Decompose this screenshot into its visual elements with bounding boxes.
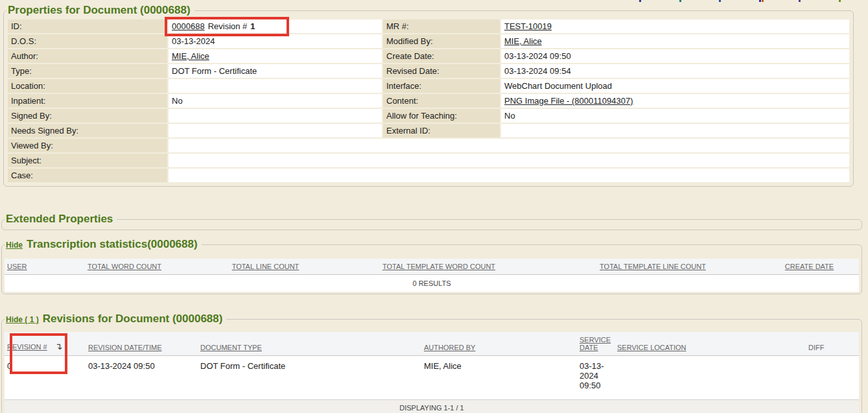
field-label-signed-by: Signed By: [8,109,167,123]
clipped-text-fragment [639,0,641,2]
column-header-create-date[interactable]: CREATE DATE [760,259,859,275]
clipped-text-fragment [762,0,764,2]
field-label-type: Type: [8,64,167,78]
field-label-needs-signed-by: Needs Signed By: [8,124,167,137]
field-value-inpatient: No [169,94,382,108]
property-row: Location: Interface: WebChart Document U… [8,79,849,93]
property-row: D.O.S: 03-13-2024 Modified By: MIE, Alic… [8,34,849,48]
results-count-text: 0 RESULTS [5,275,859,292]
revision-number: 1 [250,21,255,31]
column-header-total-template-word-count[interactable]: TOTAL TEMPLATE WORD COUNT [332,259,546,275]
table-header-row: REVISION #↴ REVISION DATE/TIME DOCUMENT … [5,332,859,356]
table-header-row: USER TOTAL WORD COUNT TOTAL LINE COUNT T… [5,259,859,275]
service-date-cell: 03-13-2024 09:50 [577,356,615,400]
field-label-content: Content: [383,94,500,108]
field-label-revised-date: Revised Date: [383,64,500,78]
field-label-location: Location: [8,79,167,93]
diff-cell [806,356,859,400]
field-value-allow-teaching: No [501,109,849,123]
field-label-case: Case: [8,169,167,182]
field-value-author: MIE, Alice [169,49,382,63]
field-label-subject: Subject: [8,154,167,167]
field-value-signed-by [169,109,382,123]
sort-descending-icon: ↴ [55,341,63,351]
column-header-user[interactable]: USER [5,259,50,275]
field-label-viewed-by: Viewed By: [8,139,167,152]
column-header-total-template-line-count[interactable]: TOTAL TEMPLATE LINE COUNT [546,259,760,275]
field-value-location [169,79,382,93]
field-value-dos: 03-13-2024 [169,34,382,48]
field-label-interface: Interface: [383,79,500,93]
authored-by-cell: MIE, Alice [421,356,577,400]
field-label-external-id: External ID: [383,124,500,137]
property-row: Needs Signed By: External ID: [8,124,849,137]
column-header-document-type[interactable]: DOCUMENT TYPE [198,332,421,356]
column-header-service-location[interactable]: SERVICE LOCATION [615,332,806,356]
properties-legend: Properties for Document (0000688) [6,4,194,17]
property-row: Case: [8,169,849,182]
column-header-diff: DIFF [806,332,859,356]
displaying-count-text: DISPLAYING 1-1 / 1 [5,400,859,413]
field-value-content: PNG Image File - (800011094307) [501,94,849,108]
revision-number-cell: 0 [5,356,86,400]
field-label-id: ID: [8,19,167,33]
document-id-link[interactable]: 0000688 [172,21,205,31]
field-label-inpatient: Inpatient: [8,94,167,108]
transcription-statistics-legend: Transcription statistics(0000688) [27,238,198,250]
field-label-modified-by: Modified By: [383,34,500,48]
field-value-create-date: 03-13-2024 09:50 [501,49,849,63]
field-value-subject [169,154,849,167]
revision-datetime-cell: 03-13-2024 09:50 [86,356,198,400]
transcription-statistics-table: USER TOTAL WORD COUNT TOTAL LINE COUNT T… [5,259,859,292]
extended-properties-empty-area [5,226,859,230]
field-value-id: 0000688Revision #1 [169,19,382,33]
field-value-modified-by: MIE, Alice [501,34,849,48]
field-value-viewed-by [169,139,849,152]
column-header-revision-number[interactable]: REVISION #↴ [5,332,86,356]
field-value-needs-signed-by [169,124,382,137]
transcription-hide-link[interactable]: Hide [6,241,23,250]
document-properties-page: Properties for Document (0000688) ID: 00… [0,0,868,413]
clipped-text-fragment [719,0,721,2]
pagination-row: DISPLAYING 1-1 / 1 [5,400,859,413]
properties-table: ID: 0000688Revision #1 MR #: TEST-10019 … [6,18,850,183]
column-header-total-line-count[interactable]: TOTAL LINE COUNT [199,259,332,275]
revision-row[interactable]: 0 03-13-2024 09:50 DOT Form - Certificat… [5,356,859,400]
column-header-total-word-count[interactable]: TOTAL WORD COUNT [50,259,199,275]
property-row: Signed By: Allow for Teaching: No [8,109,849,123]
revisions-section: Hide ( 1 )Revisions for Document (000068… [1,313,862,413]
column-header-revision-datetime[interactable]: REVISION DATE/TIME [86,332,198,356]
column-header-authored-by[interactable]: AUTHORED BY [421,332,577,356]
field-label-mr: MR #: [383,19,500,33]
property-row: ID: 0000688Revision #1 MR #: TEST-10019 [8,19,849,33]
field-label-author: Author: [8,49,167,63]
property-row: Author: MIE, Alice Create Date: 03-13-20… [8,49,849,63]
field-value-mr: TEST-10019 [501,19,849,33]
field-label-create-date: Create Date: [383,49,500,63]
clipped-text-fragment [679,0,681,2]
content-file-link[interactable]: PNG Image File - (800011094307) [504,96,633,106]
property-row: Viewed By: [8,139,849,152]
revisions-hide-link[interactable]: Hide ( 1 ) [6,315,39,324]
property-row: Inpatient: No Content: PNG Image File - … [8,94,849,108]
empty-results-row: 0 RESULTS [5,275,859,292]
mr-number-link[interactable]: TEST-10019 [504,21,552,31]
clipped-text-fragment [759,0,761,2]
field-value-external-id [501,124,849,137]
extended-properties-section: Extended Properties [1,213,862,230]
field-label-dos: D.O.S: [8,34,167,48]
field-value-type: DOT Form - Certificate [169,64,382,78]
clipped-text-fragment [839,0,841,2]
field-value-revised-date: 03-13-2024 09:54 [501,64,849,78]
column-header-service-date[interactable]: SERVICE DATE [577,332,615,356]
modified-by-link[interactable]: MIE, Alice [504,36,542,46]
author-link[interactable]: MIE, Alice [172,51,209,61]
revisions-legend: Revisions for Document (0000688) [43,313,223,325]
property-row: Subject: [8,154,849,167]
transcription-statistics-section: HideTranscription statistics(0000688) US… [1,238,862,294]
revision-text: Revision # [208,21,248,31]
field-value-case [169,169,849,182]
field-value-interface: WebChart Document Upload [501,79,849,93]
properties-section: Properties for Document (0000688) ID: 00… [3,4,854,187]
field-label-allow-teaching: Allow for Teaching: [383,109,500,123]
